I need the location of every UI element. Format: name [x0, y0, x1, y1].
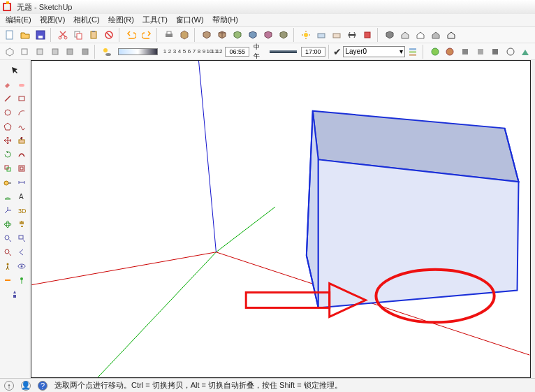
model-icon[interactable]: [177, 28, 191, 42]
time-end[interactable]: 17:00: [301, 47, 325, 57]
pushpull-icon[interactable]: [15, 134, 28, 147]
comp1-icon[interactable]: [200, 28, 214, 42]
status-icon-3[interactable]: ?: [38, 381, 47, 391]
shadow-toggle-icon[interactable]: [100, 45, 113, 59]
menu-view[interactable]: 视图(V): [40, 15, 66, 25]
menu-edit[interactable]: 编辑(E): [6, 15, 31, 25]
zoom-icon[interactable]: [1, 232, 14, 245]
ext7-icon[interactable]: [518, 45, 532, 59]
ext2-icon[interactable]: [444, 45, 457, 59]
offset-icon[interactable]: [15, 162, 28, 175]
layer-mgr-icon[interactable]: [406, 45, 420, 59]
house1-icon[interactable]: [398, 28, 412, 42]
undo-icon[interactable]: [124, 28, 138, 42]
svg-rect-10: [92, 31, 95, 32]
copy-icon[interactable]: [71, 28, 85, 42]
3dtext-icon[interactable]: 3D: [15, 204, 28, 217]
comp2-icon[interactable]: [215, 28, 229, 42]
svg-rect-0: [3, 3, 10, 10]
freehand-icon[interactable]: [15, 120, 28, 133]
house4-icon[interactable]: [444, 28, 458, 42]
svg-rect-15: [318, 34, 325, 38]
tape-icon[interactable]: [1, 176, 14, 189]
orbit-icon[interactable]: [1, 218, 14, 231]
delete-icon[interactable]: [102, 28, 116, 42]
menu-help[interactable]: 帮助(H): [212, 15, 238, 25]
ext5-icon[interactable]: [488, 45, 502, 59]
top-icon[interactable]: [18, 45, 32, 59]
tool-column: A 3D: [0, 60, 29, 378]
save-icon[interactable]: [34, 28, 47, 42]
comp6-icon[interactable]: [277, 28, 291, 42]
pan-icon[interactable]: [15, 218, 28, 231]
paint-icon[interactable]: [1, 78, 14, 91]
left-icon[interactable]: [78, 45, 92, 59]
cube-model[interactable]: [307, 111, 519, 308]
line-icon[interactable]: [1, 92, 14, 105]
open-icon[interactable]: [18, 28, 32, 42]
ext4-icon[interactable]: [474, 45, 488, 59]
solid-icon[interactable]: [360, 28, 374, 42]
time-slider[interactable]: [270, 50, 296, 53]
svg-rect-22: [82, 49, 88, 55]
solar1-icon[interactable]: [299, 28, 313, 42]
protractor-icon[interactable]: [1, 190, 14, 203]
status-icon-1[interactable]: ↑: [4, 381, 14, 391]
select-tool-icon[interactable]: [8, 64, 21, 77]
menu-draw[interactable]: 绘图(R): [108, 15, 134, 25]
comp5-icon[interactable]: [261, 28, 275, 42]
eraser-icon[interactable]: [15, 78, 28, 91]
print-icon[interactable]: [162, 28, 176, 42]
axes-icon[interactable]: [1, 204, 14, 217]
back-icon[interactable]: [63, 45, 77, 59]
ext1-icon[interactable]: [428, 45, 442, 59]
dyn-icon[interactable]: [8, 288, 21, 300]
viewport[interactable]: [31, 60, 531, 378]
right-icon[interactable]: [48, 45, 62, 59]
layer-check-icon[interactable]: ✔: [333, 46, 342, 57]
time-start[interactable]: 06:55: [225, 47, 249, 57]
status-icon-2[interactable]: 👤: [21, 381, 31, 391]
polygon-icon[interactable]: [1, 120, 14, 133]
menu-tools[interactable]: 工具(T): [142, 15, 168, 25]
layer-dropdown[interactable]: Layer0 ▾: [343, 46, 404, 57]
text-icon[interactable]: A: [15, 190, 28, 203]
arc-icon[interactable]: [15, 106, 28, 119]
followme-icon[interactable]: [15, 148, 28, 161]
section2-icon[interactable]: [1, 274, 14, 286]
section-icon[interactable]: [345, 28, 359, 42]
ext6-icon[interactable]: [504, 45, 518, 59]
solar2-icon[interactable]: [314, 28, 328, 42]
noon-label: 中午: [254, 43, 265, 61]
solar3-icon[interactable]: [330, 28, 344, 42]
comp4-icon[interactable]: [246, 28, 260, 42]
svg-rect-26: [409, 51, 416, 53]
scale-icon[interactable]: [1, 162, 14, 175]
circle-icon[interactable]: [1, 106, 14, 119]
cut-icon[interactable]: [56, 28, 70, 42]
look-icon[interactable]: [15, 260, 28, 273]
house3-icon[interactable]: [429, 28, 443, 42]
rect-icon[interactable]: [15, 92, 28, 105]
prev-icon[interactable]: [15, 246, 28, 259]
menu-window[interactable]: 窗口(W): [176, 15, 204, 25]
position-icon[interactable]: [15, 274, 28, 286]
zoomwin-icon[interactable]: [15, 232, 28, 245]
zoomext-icon[interactable]: [1, 246, 14, 259]
rotate-icon[interactable]: [1, 148, 14, 161]
iso-icon[interactable]: [3, 45, 17, 59]
menu-camera[interactable]: 相机(C): [73, 15, 99, 25]
walk-icon[interactable]: [1, 260, 14, 273]
comp3-icon[interactable]: [230, 28, 244, 42]
month-scale[interactable]: 1 2 3 4 5 6 7 8 9 10 11 12: [162, 48, 221, 55]
3dwh-icon[interactable]: [383, 28, 397, 42]
redo-icon[interactable]: [140, 28, 154, 42]
new-icon[interactable]: [3, 28, 17, 42]
svg-point-46: [6, 221, 9, 228]
ext3-icon[interactable]: [458, 45, 472, 59]
move-icon[interactable]: [1, 134, 14, 147]
paste-icon[interactable]: [87, 28, 101, 42]
front-icon[interactable]: [33, 45, 47, 59]
dim-icon[interactable]: [15, 176, 28, 189]
house2-icon[interactable]: [413, 28, 427, 42]
